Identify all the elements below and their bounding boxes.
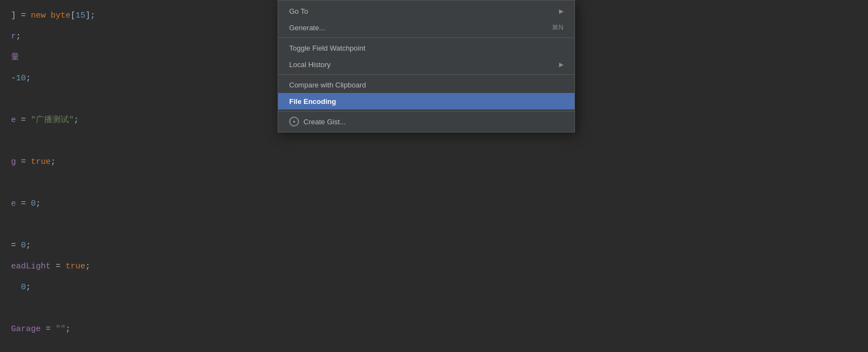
menu-item-generate-label: Generate... [289, 24, 535, 32]
code-line: eadLight = true; [11, 256, 857, 277]
code-line [11, 131, 857, 152]
menu-separator-3 [278, 111, 574, 112]
code-line [11, 173, 857, 194]
menu-separator-1 [278, 37, 574, 38]
code-line: Garage = ""; [11, 319, 857, 340]
code-line: g = true; [11, 152, 857, 173]
code-line [11, 215, 857, 235]
menu-item-toggle-watchpoint[interactable]: Toggle Field Watchpoint [278, 40, 574, 56]
menu-item-toggle-watchpoint-label: Toggle Field Watchpoint [289, 44, 563, 52]
submenu-arrow-local-history-icon: ▶ [559, 61, 563, 68]
code-line: = 0; [11, 235, 857, 256]
gist-icon: ● [289, 117, 299, 127]
menu-item-local-history[interactable]: Local History ▶ [278, 56, 574, 73]
menu-item-local-history-label: Local History [289, 61, 554, 69]
menu-item-compare-clipboard[interactable]: Compare with Clipboard [278, 76, 574, 93]
context-menu: Go To ▶ Generate... ⌘N Toggle Field Watc… [278, 0, 575, 133]
code-line: 0; [11, 277, 857, 298]
menu-item-create-gist[interactable]: ● Create Gist... [278, 113, 574, 130]
menu-item-file-encoding-label: File Encoding [289, 97, 563, 106]
menu-item-compare-clipboard-label: Compare with Clipboard [289, 81, 563, 89]
menu-item-go-to-label: Go To [289, 7, 554, 15]
menu-item-file-encoding[interactable]: File Encoding [278, 93, 574, 109]
menu-item-generate[interactable]: Generate... ⌘N [278, 19, 574, 36]
menu-separator-2 [278, 74, 574, 75]
code-line [11, 298, 857, 319]
menu-item-generate-shortcut: ⌘N [552, 24, 563, 31]
code-line: e = 0; [11, 194, 857, 215]
menu-item-create-gist-label: Create Gist... [303, 118, 563, 126]
submenu-arrow-icon: ▶ [559, 8, 563, 15]
menu-item-go-to[interactable]: Go To ▶ [278, 3, 574, 19]
